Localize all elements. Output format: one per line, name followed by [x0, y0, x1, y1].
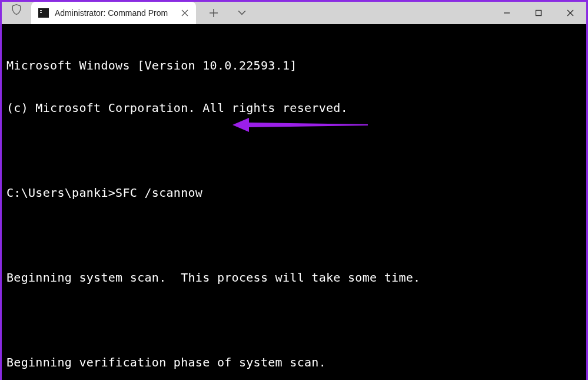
- terminal-line: [6, 228, 582, 242]
- titlebar[interactable]: Administrator: Command Prom: [2, 2, 586, 24]
- tab-dropdown-button[interactable]: [236, 10, 248, 16]
- cmd-icon: [38, 8, 49, 18]
- terminal-output[interactable]: Microsoft Windows [Version 10.0.22593.1]…: [2, 24, 586, 380]
- terminal-line: [6, 143, 582, 157]
- maximize-button[interactable]: [523, 2, 554, 24]
- active-tab[interactable]: Administrator: Command Prom: [31, 2, 196, 24]
- terminal-line: Beginning system scan. This process will…: [6, 270, 582, 285]
- close-window-button[interactable]: [554, 2, 586, 24]
- terminal-line: (c) Microsoft Corporation. All rights re…: [6, 101, 582, 115]
- shield-icon: [10, 3, 23, 16]
- tab-title: Administrator: Command Prom: [55, 8, 174, 18]
- close-tab-button[interactable]: [180, 8, 190, 18]
- svg-rect-5: [536, 11, 542, 16]
- tabbar-buttons: [208, 2, 248, 24]
- terminal-line: C:\Users\panki>SFC /scannow: [6, 186, 582, 200]
- svg-marker-8: [232, 118, 368, 132]
- terminal-line: Beginning verification phase of system s…: [6, 355, 582, 369]
- terminal-line: [6, 313, 582, 327]
- window-controls: [491, 2, 586, 24]
- minimize-button[interactable]: [491, 2, 523, 24]
- new-tab-button[interactable]: [208, 9, 220, 17]
- terminal-window: Administrator: Command Prom: [2, 2, 586, 378]
- terminal-line: Microsoft Windows [Version 10.0.22593.1]: [6, 58, 582, 72]
